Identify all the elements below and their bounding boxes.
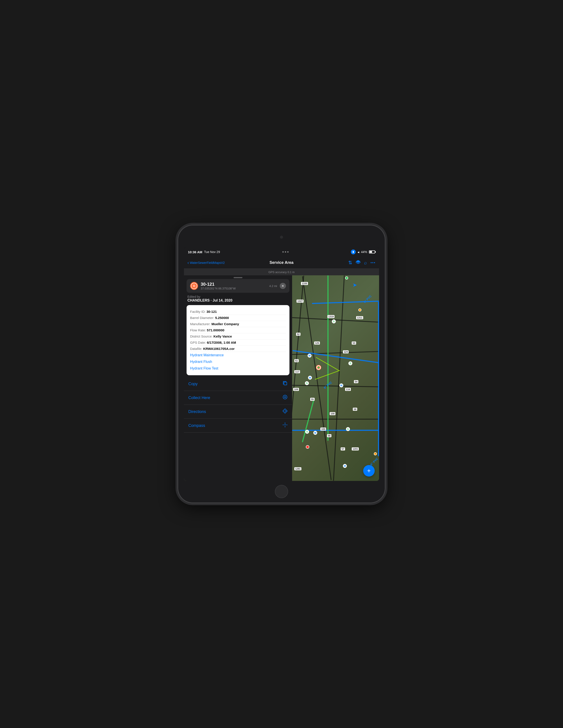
- copy-icon: [283, 381, 288, 387]
- map-label-117: 117: [294, 370, 300, 373]
- district-label: District Source:: [190, 334, 213, 338]
- datafile-label: Datafile:: [190, 347, 203, 351]
- map-label-125: 125: [314, 341, 320, 345]
- selected-hydrant[interactable]: [317, 365, 321, 370]
- action-list: Copy Collect Here: [184, 377, 292, 481]
- map-label-1201: 1201: [352, 447, 359, 450]
- back-chevron-icon: ‹: [187, 260, 189, 265]
- m-marker-2: M: [308, 376, 312, 380]
- s-marker-2: S: [349, 361, 352, 365]
- edited-value: CHANDLERS · Jul 14, 2020: [187, 298, 289, 302]
- map-label-51: 51: [294, 359, 299, 362]
- barrel-value: 5.250000: [215, 316, 229, 320]
- map-label-124: 124: [343, 350, 349, 353]
- info-row-facility: Facility ID: 30-121: [190, 309, 286, 315]
- road-h4: [292, 419, 379, 420]
- sort-icon[interactable]: ⇅: [348, 260, 352, 266]
- status-time: 10:36 AM: [188, 250, 202, 254]
- nav-back-button[interactable]: ‹ WaterSewerFieldMapsV2: [187, 260, 250, 265]
- red-hydrant: [306, 445, 309, 449]
- m-marker-1: M: [308, 354, 312, 358]
- info-row-flowrate: Flow Rate: 571.000000: [190, 327, 286, 333]
- m-marker-3: M: [339, 383, 343, 387]
- camera: [280, 236, 283, 239]
- action-copy[interactable]: Copy: [184, 377, 292, 391]
- home-button[interactable]: [275, 485, 288, 498]
- battery-text: 44%: [361, 250, 367, 254]
- more-icon[interactable]: •••: [371, 261, 376, 265]
- main-area: 1335 1327 1319 1311 52 125 51 117 124 53…: [184, 275, 379, 481]
- device-screen: 10:36 AM Tue Nov 29 ◂ 44%: [184, 247, 379, 481]
- feature-close-button[interactable]: ✕: [280, 283, 286, 289]
- nav-actions: ⇅ ⌕ •••: [313, 260, 376, 266]
- s-marker-4: S: [305, 430, 309, 434]
- compass-label: Compass: [188, 423, 205, 428]
- device-frame: 10:36 AM Tue Nov 29 ◂ 44%: [178, 225, 385, 503]
- feature-icon: [190, 282, 198, 290]
- map-label-53: 53: [352, 341, 356, 345]
- map-label-57: 57: [341, 447, 345, 450]
- gps-text: GPS accuracy 0.1 in: [268, 270, 295, 274]
- collect-label: Collect Here: [188, 396, 210, 400]
- svg-rect-3: [284, 382, 287, 385]
- flowrate-label: Flow Rate:: [190, 328, 207, 332]
- status-dots: [283, 251, 289, 253]
- nav-arrow-icon: ➤: [353, 282, 357, 288]
- feature-title-area: 30-121 37.035281°N 86.375108°W: [201, 282, 267, 290]
- nav-bar: ‹ WaterSewerFieldMapsV2 Service Area ⇅ ⌕…: [184, 257, 379, 269]
- edited-by-section: Edited by CHANDLERS · Jul 14, 2020: [184, 293, 292, 303]
- info-row-manufacturer: Manufacturer: Mueller Company: [190, 321, 286, 327]
- map-label-1281: 1281: [294, 467, 302, 470]
- nav-title: Service Area: [250, 260, 313, 265]
- map-label-55-1: 55: [310, 398, 315, 401]
- info-row-barrel: Barrel Diameter: 5.250000: [190, 315, 286, 321]
- hydrant-flush-link[interactable]: Hydrant Flush: [190, 358, 286, 365]
- map-label-58: 58: [353, 408, 357, 411]
- pull-handle[interactable]: [184, 275, 292, 279]
- status-flame-icon: [351, 250, 356, 254]
- feature-distance: 4.2 mi: [269, 284, 277, 288]
- feature-coords: 37.035281°N 86.375108°W: [201, 287, 267, 290]
- search-icon[interactable]: ⌕: [364, 260, 367, 266]
- copy-label: Copy: [188, 382, 197, 386]
- action-directions[interactable]: Directions: [184, 405, 292, 419]
- pull-bar: [233, 277, 242, 278]
- manufacturer-label: Manufacturer:: [190, 322, 211, 326]
- gpsdate-label: GPS Date:: [190, 341, 207, 344]
- info-row-district: District Source: Kelly Vance: [190, 333, 286, 340]
- battery-icon: [369, 250, 375, 253]
- datafile-value: KRWA1061705A.cor: [203, 347, 234, 351]
- flowrate-value: 571.000000: [207, 328, 224, 332]
- hydrant-maintenance-link[interactable]: Hydrant Maintenance: [190, 352, 286, 358]
- directions-label: Directions: [188, 409, 206, 414]
- status-date: Tue Nov 29: [204, 250, 220, 254]
- svg-point-5: [285, 424, 286, 425]
- map-label-56: 56: [327, 434, 332, 437]
- s-marker-5: S: [346, 427, 350, 431]
- map-label-116: 116: [345, 388, 351, 391]
- green-hydrant-top: [345, 276, 348, 280]
- layers-icon[interactable]: [356, 260, 361, 265]
- hydrant-flow-test-link[interactable]: Hydrant Flow Test: [190, 365, 286, 372]
- facility-value: 30-121: [206, 310, 217, 313]
- action-compass[interactable]: Compass: [184, 419, 292, 433]
- location-icon: ◂: [358, 250, 359, 254]
- info-row-gpsdate: GPS Date: 6/17/2008, 1:00 AM: [190, 340, 286, 346]
- info-card: Facility ID: 30-121 Barrel Diameter: 5.2…: [186, 305, 290, 375]
- m-marker-5: M: [343, 464, 347, 468]
- action-collect[interactable]: Collect Here: [184, 391, 292, 405]
- facility-label: Facility ID:: [190, 310, 206, 313]
- status-bar: 10:36 AM Tue Nov 29 ◂ 44%: [184, 247, 379, 257]
- map-label-1327: 1327: [297, 300, 304, 303]
- map-label-108: 108: [330, 412, 336, 415]
- barrel-label: Barrel Diameter:: [190, 316, 215, 320]
- fab-icon: +: [367, 467, 371, 474]
- manufacturer-value: Mueller Company: [211, 322, 239, 326]
- gpsdate-value: 6/17/2008, 1:00 AM: [207, 341, 236, 344]
- feature-title: 30-121: [201, 282, 267, 287]
- map-label-1335: 1335: [301, 282, 308, 285]
- directions-icon: [283, 408, 288, 415]
- fab-button[interactable]: +: [363, 465, 375, 477]
- map-label-1319: 1319: [328, 315, 335, 318]
- m-marker-4: M: [313, 431, 317, 435]
